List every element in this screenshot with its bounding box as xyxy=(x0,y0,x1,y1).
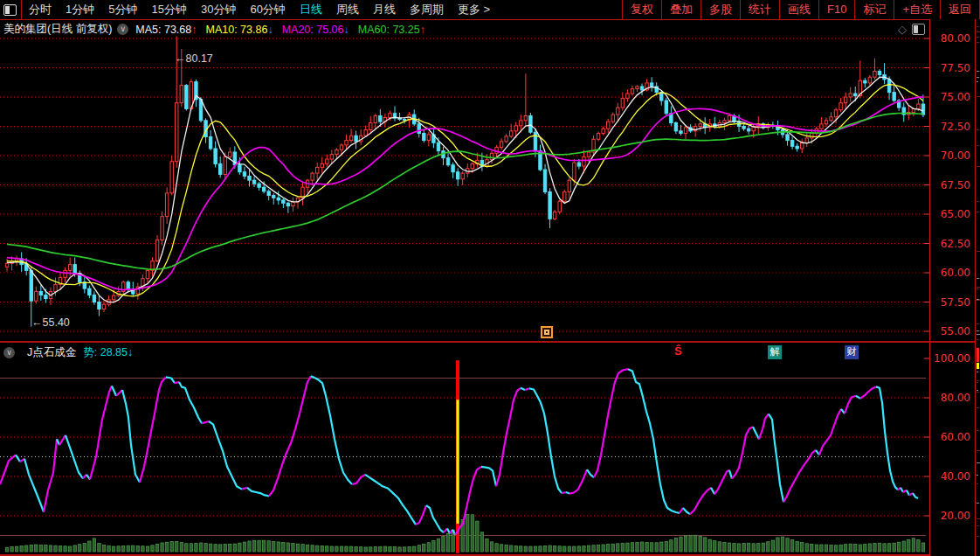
oscillator-chart[interactable] xyxy=(0,343,929,554)
button-叠加[interactable]: 叠加 xyxy=(661,0,700,19)
button-画线[interactable]: 画线 xyxy=(779,0,818,19)
price-axis-label: 60.00 xyxy=(930,267,970,279)
marker-signal-s[interactable]: Ŝ xyxy=(674,345,682,357)
price-axis-label: 67.50 xyxy=(930,179,970,191)
price-axis-label: 72.50 xyxy=(930,121,970,133)
tab-更多 >[interactable]: 更多 > xyxy=(451,2,497,17)
price-axis-label: 70.00 xyxy=(930,149,970,162)
marker-cai[interactable]: 财 xyxy=(845,345,859,359)
tab-分时[interactable]: 分时 xyxy=(22,2,59,17)
button-+自选[interactable]: +自选 xyxy=(894,0,940,19)
edge-mark xyxy=(977,430,979,431)
edge-mark xyxy=(977,300,980,301)
ma-label-MA20: MA20: 75.06↓ xyxy=(282,24,349,36)
edge-mark xyxy=(977,483,978,484)
edge-mark xyxy=(977,475,978,476)
period-tabs: 分时1分钟5分钟15分钟30分钟60分钟日线周线月线多周期更多 > xyxy=(22,0,497,19)
panel-split-icon[interactable] xyxy=(912,24,925,35)
price-axis-label: 77.50 xyxy=(930,62,970,74)
tab-多周期[interactable]: 多周期 xyxy=(403,2,451,17)
indicator-axis-label: 80.00 xyxy=(930,392,970,404)
chevron-down-icon[interactable]: ∨ xyxy=(117,24,128,35)
right-edge-strip[interactable] xyxy=(975,19,980,556)
edge-mark xyxy=(977,288,979,289)
tab-1分钟[interactable]: 1分钟 xyxy=(59,2,101,17)
button-返回[interactable]: 返回 xyxy=(940,0,979,19)
edge-mark xyxy=(977,129,979,130)
indicator-name: J点石成金 xyxy=(27,345,76,360)
app-window: 分时1分钟5分钟15分钟30分钟60分钟日线周线月线多周期更多 > 复权叠加多股… xyxy=(0,0,980,556)
edge-mark xyxy=(977,503,979,504)
price-axis-label: 80.00 xyxy=(930,32,970,45)
button-标记[interactable]: 标记 xyxy=(854,0,894,19)
edge-mark xyxy=(977,278,979,279)
indicator-axis-label: 40.00 xyxy=(930,470,970,483)
button-复权[interactable]: 复权 xyxy=(622,0,661,19)
indicator-axis-label: 60.00 xyxy=(930,431,970,443)
indicator-axis: 100.0080.0060.0040.0020.00 xyxy=(929,343,976,556)
price-axis-label: 75.00 xyxy=(930,91,970,103)
tab-日线[interactable]: 日线 xyxy=(293,2,329,17)
button-F10[interactable]: F10 xyxy=(818,0,854,19)
edge-mark xyxy=(977,339,979,340)
chevron-down-icon[interactable]: ∨ xyxy=(3,347,15,358)
edge-mark xyxy=(977,212,979,212)
indicator-axis-label: 20.00 xyxy=(930,510,970,522)
edge-mark xyxy=(977,31,980,32)
edge-mark xyxy=(977,380,979,381)
edge-mark xyxy=(977,334,980,335)
edge-mark xyxy=(977,42,979,43)
edge-mark xyxy=(977,251,980,252)
edge-mark xyxy=(977,26,979,27)
tab-月线[interactable]: 月线 xyxy=(366,2,403,17)
edge-mark xyxy=(977,536,979,537)
price-axis-label: 57.50 xyxy=(930,296,970,309)
price-axis-label: 65.00 xyxy=(930,208,970,220)
chart-header: 美的集团(日线 前复权) ∨ MA5: 73.68↑MA10: 73.86↓MA… xyxy=(3,22,434,37)
edge-mark xyxy=(977,525,979,526)
edge-mark xyxy=(977,518,980,519)
ma-values-row: MA5: 73.68↑MA10: 73.86↓MA20: 75.06↓MA60:… xyxy=(135,24,434,36)
edge-mark xyxy=(977,450,980,451)
indicator-panel: ∨ J点石成金 势: 28.85↓ xyxy=(0,343,929,556)
edge-mark xyxy=(977,372,978,372)
edge-mark xyxy=(977,390,978,391)
chart-corner-icons: ◇ xyxy=(898,23,925,36)
ma-label-MA60: MA60: 73.25↑ xyxy=(358,24,425,36)
price-axis-label: 62.50 xyxy=(930,238,970,250)
edge-mark xyxy=(977,166,980,167)
toolbar: 分时1分钟5分钟15分钟30分钟60分钟日线周线月线多周期更多 > 复权叠加多股… xyxy=(0,0,980,20)
indicator-header: ∨ J点石成金 势: 28.85↓ xyxy=(3,345,133,360)
ma-label-MA10: MA10: 73.86↓ xyxy=(206,24,273,36)
tab-30分钟[interactable]: 30分钟 xyxy=(194,2,243,17)
edge-mark xyxy=(977,96,980,97)
stock-title: 美的集团(日线 前复权) xyxy=(3,22,112,37)
candlestick-chart[interactable] xyxy=(0,19,929,342)
edge-mark xyxy=(977,287,980,288)
edge-mark xyxy=(977,330,979,331)
toolbar-actions: 复权叠加多股统计画线F10标记+自选返回 xyxy=(622,0,980,19)
edge-mark xyxy=(977,37,979,38)
ma-label-MA5: MA5: 73.68↑ xyxy=(135,24,197,36)
low-annotation: ←55.40 xyxy=(31,316,70,329)
edge-mark xyxy=(977,71,979,72)
marker-replay-icon[interactable] xyxy=(541,326,553,338)
edge-mark xyxy=(977,81,978,82)
edge-mark xyxy=(977,77,979,78)
main-chart-panel: 美的集团(日线 前复权) ∨ MA5: 73.68↑MA10: 73.86↓MA… xyxy=(0,19,929,342)
marker-jie[interactable]: 解 xyxy=(768,345,782,359)
button-统计[interactable]: 统计 xyxy=(740,0,779,19)
edge-mark xyxy=(977,145,979,146)
tab-15分钟[interactable]: 15分钟 xyxy=(144,2,193,17)
high-annotation: ←80.17 xyxy=(175,52,213,65)
tab-60分钟[interactable]: 60分钟 xyxy=(243,2,292,17)
layout-icon[interactable] xyxy=(3,4,17,16)
tab-5分钟[interactable]: 5分钟 xyxy=(101,2,144,17)
price-axis: 80.0077.5075.0072.5070.0067.5065.0062.50… xyxy=(929,19,976,342)
edge-mark xyxy=(977,407,979,408)
edge-mark xyxy=(977,201,979,202)
edge-mark xyxy=(977,392,979,393)
diamond-icon[interactable]: ◇ xyxy=(898,23,907,36)
tab-周线[interactable]: 周线 xyxy=(329,2,366,17)
button-多股[interactable]: 多股 xyxy=(700,0,740,19)
